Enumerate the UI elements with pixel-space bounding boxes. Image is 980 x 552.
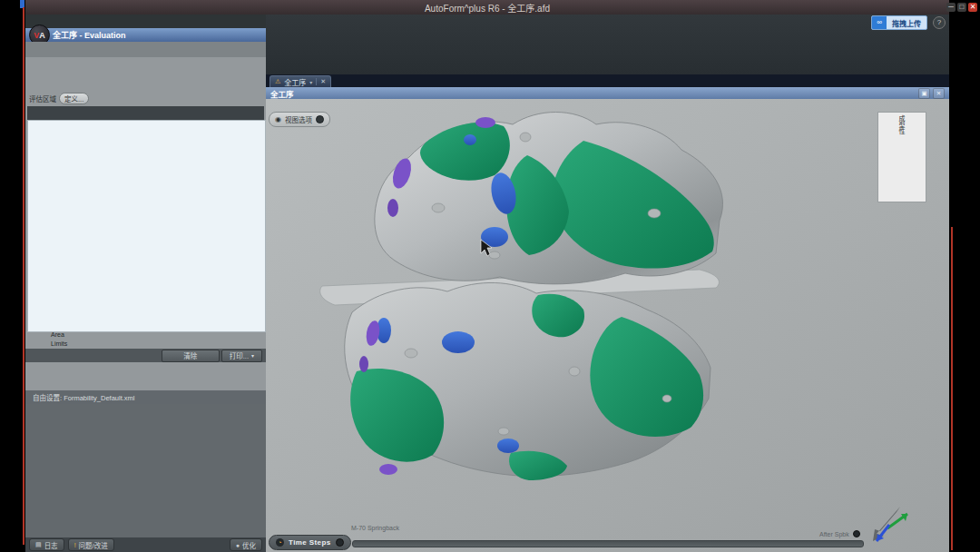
- log-icon: ▤: [35, 541, 42, 548]
- window-title: AutoForm^plus R6 - 全工序.afd: [425, 1, 550, 15]
- issues-button[interactable]: ! 问题/改进: [68, 538, 114, 551]
- help-icon[interactable]: ?: [933, 16, 946, 29]
- warning-icon: ⚠: [275, 78, 280, 85]
- free-setting-label: 自由设置: Formability_Default.xml: [33, 392, 135, 402]
- window-titlebar[interactable]: AutoForm^plus R6 - 全工序.afd: [25, 0, 949, 15]
- background-window-border: [23, 7, 24, 545]
- free-setting-row[interactable]: 自由设置: Formability_Default.xml: [25, 390, 266, 405]
- area-row: Area: [25, 331, 266, 340]
- background-window-border-right: [951, 227, 953, 550]
- viewport-3d-canvas[interactable]: ◉ 视图选项 成型性 M-70 Springback ◔ Time Steps …: [266, 99, 949, 552]
- panel-empty-area: [25, 404, 266, 537]
- tab-close-icon[interactable]: ✕: [316, 78, 326, 85]
- clock-icon: ◔: [276, 538, 284, 547]
- part-lower-blank: [345, 282, 710, 480]
- time-steps-slider[interactable]: [352, 540, 864, 547]
- clear-button[interactable]: 清除: [162, 350, 220, 362]
- close-button[interactable]: ✕: [968, 3, 977, 12]
- eval-region-label: 评估区域: [29, 94, 56, 104]
- viewport-close-icon[interactable]: ✕: [933, 88, 945, 99]
- evaluation-buttons: [27, 71, 264, 91]
- viewport-title: 全工序: [270, 88, 294, 99]
- quick-access-toolbar: [25, 15, 266, 28]
- application-window: AutoForm^plus R6 - 全工序.afd ─ □ ✕ VA 全工序 …: [0, 0, 980, 552]
- eye-icon: ◉: [275, 115, 281, 123]
- result-type-tabs: [27, 106, 264, 120]
- ribbon-toolbar: ∞ 拖拽上传 ?: [266, 15, 949, 75]
- optimize-button[interactable]: ● 优化: [230, 538, 262, 551]
- viewport-tab-bar: ⚠ 全工序 ▾ ✕: [266, 74, 949, 87]
- view-options-button[interactable]: ◉ 视图选项: [269, 112, 330, 127]
- optimize-icon: ●: [236, 542, 240, 548]
- upload-cloud-icon: ∞: [872, 16, 887, 29]
- orientation-triad: [864, 501, 915, 545]
- viewport-tab[interactable]: ⚠ 全工序 ▾ ✕: [270, 75, 331, 87]
- chart-toolbar: 清除 打印...▾: [25, 349, 266, 362]
- tab-dropdown-icon[interactable]: ▾: [309, 79, 312, 85]
- limits-label: Limits: [51, 340, 67, 347]
- area-label: Area: [51, 331, 64, 338]
- issues-warning-icon: !: [74, 542, 76, 548]
- minimize-button[interactable]: ─: [946, 3, 956, 12]
- view-options-toggle[interactable]: [316, 115, 324, 123]
- left-screen-edge: [0, 0, 25, 552]
- log-button[interactable]: ▤ 日志: [29, 538, 64, 551]
- after-springback-label: After Spbk: [819, 530, 860, 537]
- time-steps-button[interactable]: ◔ Time Steps: [269, 535, 351, 550]
- after-springback-toggle[interactable]: [853, 530, 860, 537]
- evaluation-panel: VA 全工序 - Evaluation 评估区域 定义... Area Limi…: [25, 15, 266, 552]
- limits-row: Limits: [25, 340, 266, 349]
- time-steps-toggle[interactable]: [336, 538, 344, 547]
- right-screen-edge: ─ □ ✕: [949, 0, 980, 552]
- part-upper-blank: [375, 113, 723, 284]
- formed-part-view: [266, 99, 949, 552]
- evaluation-region-row: 评估区域 定义...: [29, 92, 264, 105]
- fld-chart: [28, 121, 263, 330]
- stage-tabs: [27, 57, 266, 71]
- define-region-button[interactable]: 定义...: [59, 93, 89, 104]
- legend-title: 成型性: [897, 115, 906, 199]
- viewport-maximize-icon[interactable]: ▣: [918, 88, 930, 99]
- formability-legend: 成型性: [877, 112, 926, 202]
- maximize-button[interactable]: □: [957, 3, 966, 12]
- fld-chart-panel[interactable]: [27, 120, 266, 332]
- process-chain: [25, 42, 266, 57]
- main-area: ∞ 拖拽上传 ? ⚠ 全工序 ▾ ✕ 全工序 ▣ ✕: [266, 15, 949, 552]
- print-button[interactable]: 打印...▾: [221, 350, 262, 362]
- panel-status-bar: ▤ 日志 ! 问题/改进 ● 优化: [25, 537, 266, 552]
- panel-titlebar: VA 全工序 - Evaluation: [25, 28, 266, 42]
- drag-upload-badge[interactable]: ∞ 拖拽上传: [871, 15, 927, 30]
- slider-stage-label: M-70 Springback: [351, 525, 399, 531]
- panel-title: 全工序 - Evaluation: [53, 29, 126, 41]
- viewport-titlebar[interactable]: 全工序 ▣ ✕: [266, 87, 949, 99]
